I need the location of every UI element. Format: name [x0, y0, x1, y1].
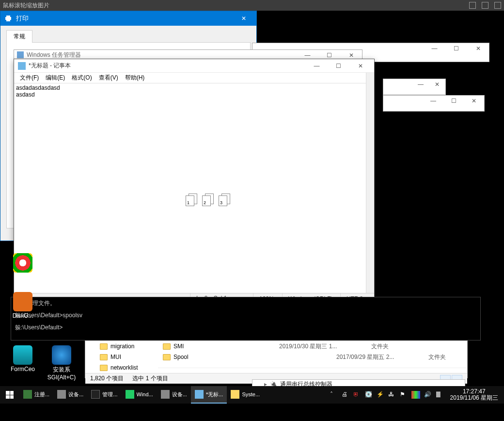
icon-label: 安装系 [45, 366, 79, 374]
table-row[interactable]: networklist [85, 362, 467, 373]
command-prompt[interactable]: 感叹处理文件。 躲:\Users\Default>spoolsv 躲:\User… [11, 297, 481, 340]
icon-label: Ch... [6, 274, 40, 280]
table-row[interactable]: migration SMI 2019/10/30 星期三 1... 文件夹 [85, 341, 467, 352]
minimize-button[interactable]: ― [306, 61, 328, 71]
taskbar-item[interactable]: 管理... [87, 386, 121, 404]
notepad-textarea[interactable]: asdadasdasdasd asdasd [14, 83, 374, 99]
start-button[interactable] [0, 386, 19, 404]
page-icon: 1 [186, 195, 194, 206]
page-icon: 2 [202, 195, 211, 206]
printer-icon [4, 15, 12, 22]
cmd-line: 躲:\Users\Default> [15, 324, 476, 332]
file-name: SMI [173, 343, 184, 350]
close-button[interactable]: ✕ [467, 43, 489, 54]
tray-shield-icon[interactable]: ⛨ [353, 391, 361, 399]
notepad-icon [195, 390, 204, 399]
taskbar-label: 注册... [34, 391, 49, 398]
clock-date: 2019/11/06 星期三 [450, 395, 498, 401]
maximize-button[interactable]: ☐ [328, 61, 349, 71]
nav-item[interactable]: MUI [110, 354, 121, 360]
desktop-icon-diskg[interactable]: DiskG... [6, 292, 40, 319]
text-line: asdasd [16, 91, 372, 98]
menu-help[interactable]: 帮助(H) [122, 73, 148, 83]
taskbar-label: *无标... [206, 391, 223, 398]
regedit-icon [23, 390, 32, 399]
folder-icon [100, 343, 108, 350]
devices-icon [161, 390, 170, 399]
devices-icon [57, 390, 66, 399]
system-tray: ˄ 🖨 ⛨ 💽 ⚡ 🖧 ⚑ 🔊 ䷀ 17:27:47 2019/11/06 星期… [327, 389, 504, 401]
folder-icon [163, 354, 171, 360]
taskbar-label: 设备... [172, 391, 187, 398]
tab-general[interactable]: 常规 [6, 30, 32, 43]
menu-edit[interactable]: 编辑(E) [43, 73, 68, 83]
close-button[interactable]: ✕ [464, 96, 484, 106]
notepad-menubar: 文件(F) 编辑(E) 格式(O) 查看(V) 帮助(H) [14, 73, 374, 83]
tray-volume-icon[interactable]: 🔊 [424, 391, 432, 399]
notepad-icon [18, 62, 26, 70]
item-count: 1,820 个项目 [90, 374, 124, 383]
page-icon: 3 [219, 195, 227, 206]
icon-label: FormCeo [6, 366, 40, 372]
tray-colors-icon[interactable] [411, 391, 420, 399]
menu-view[interactable]: 查看(V) [96, 73, 121, 83]
notepad-titlebar[interactable]: *无标题 - 记事本 ― ☐ ✕ [14, 59, 374, 73]
folder-icon [100, 354, 108, 360]
maximize-button[interactable]: ☐ [445, 43, 467, 54]
taskbar-item[interactable]: 注册... [19, 386, 53, 404]
tray-printer-icon[interactable]: 🖨 [342, 391, 349, 399]
menu-file[interactable]: 文件(F) [17, 73, 42, 83]
icon-label: SGI(Alt+C) [45, 374, 79, 381]
desktop-icon-chrome[interactable]: Ch... [6, 253, 40, 280]
taskbar-item[interactable]: Wind... [122, 386, 157, 404]
text-line: asdadasdasdasd [16, 84, 372, 91]
close-icon[interactable] [494, 2, 501, 9]
folder-icon [100, 365, 108, 371]
taskbar-item[interactable]: Syste... [227, 386, 264, 404]
close-button[interactable]: ✕ [233, 11, 254, 26]
viewer-hint: 鼠标滚轮缩放图片 [3, 1, 49, 10]
open-external-icon[interactable] [469, 2, 476, 9]
taskbar-item[interactable]: 设备... [157, 386, 191, 404]
taskbar-clock[interactable]: 17:27:47 2019/11/06 星期三 [447, 389, 501, 401]
notepad-window: *无标题 - 记事本 ― ☐ ✕ 文件(F) 编辑(E) 格式(O) 查看(V)… [14, 59, 375, 304]
maximize-button[interactable]: ☐ [443, 96, 464, 106]
taskbar-label: 管理... [102, 391, 117, 398]
tray-ime-icon[interactable]: ䷀ [436, 391, 443, 399]
cmd-line: 感叹处理文件。 [15, 299, 476, 308]
file-name: Spool [173, 354, 189, 360]
cmd-icon [91, 390, 100, 399]
scrollbar[interactable] [366, 73, 374, 304]
file-explorer: migration SMI 2019/10/30 星期三 1... 文件夹 MU… [85, 340, 468, 378]
desktop-icon-anzhuang[interactable]: 安装系SGI(Alt+C) [45, 345, 79, 381]
nav-item[interactable]: networklist [110, 364, 138, 371]
minimize-button[interactable]: ― [423, 96, 443, 106]
bg-window-2: ― ✕ [383, 79, 446, 95]
selected-count: 选中 1 个项目 [132, 374, 168, 383]
print-dialog-titlebar[interactable]: 打印 ✕ [0, 11, 256, 26]
svg-rect-2 [6, 19, 10, 21]
tray-network-icon[interactable]: 🖧 [388, 391, 396, 399]
minimize-button[interactable]: ― [424, 43, 445, 54]
menu-format[interactable]: 格式(O) [69, 73, 94, 83]
tray-disk-icon[interactable]: 💽 [365, 391, 373, 399]
maximize-icon[interactable] [482, 2, 488, 9]
file-type: 文件夹 [428, 353, 467, 361]
taskbar-item[interactable]: 设备... [53, 386, 87, 404]
notepad-title: *无标题 - 记事本 [29, 62, 306, 70]
close-button[interactable]: ✕ [349, 61, 371, 71]
cmd-line: 躲:\Users\Default>spoolsv [15, 311, 476, 320]
nav-item[interactable]: migration [110, 343, 134, 350]
icon-label: DiskG... [6, 312, 40, 319]
folder-icon [163, 343, 171, 350]
tray-bolt-icon[interactable]: ⚡ [377, 391, 384, 399]
minimize-button[interactable]: ― [412, 79, 429, 90]
tray-chevron-icon[interactable]: ˄ [330, 391, 338, 399]
taskbar-item[interactable]: *无标... [191, 386, 227, 404]
taskmgr-icon [126, 390, 134, 399]
tray-flag-icon[interactable]: ⚑ [400, 391, 408, 399]
table-row[interactable]: MUI Spool 2017/09/29 星期五 2... 文件夹 [85, 352, 467, 362]
close-button[interactable]: ✕ [429, 79, 445, 90]
taskbar-label: Wind... [137, 391, 153, 397]
desktop-icon-formceo[interactable]: FormCeo [6, 345, 40, 372]
